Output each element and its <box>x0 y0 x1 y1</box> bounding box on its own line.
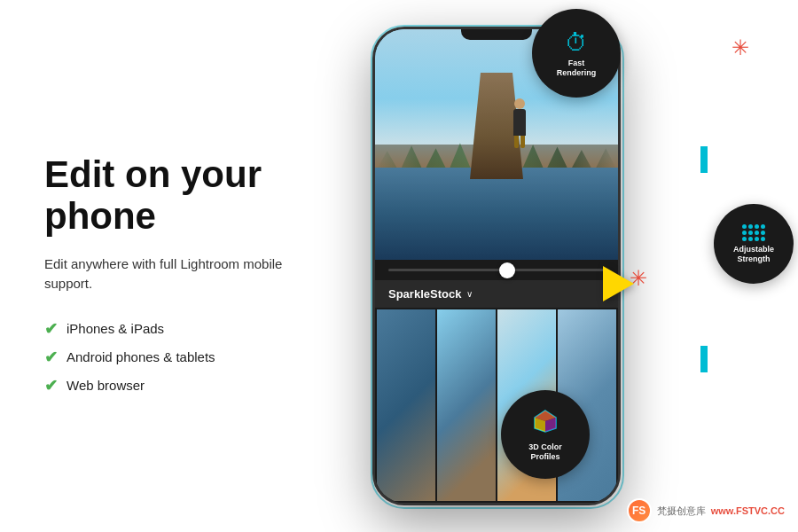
feature-text-2: Android phones & tablets <box>66 349 215 364</box>
person-leg-right <box>520 136 525 148</box>
feature-item-web: ✔ Web browser <box>44 376 284 395</box>
person-body <box>513 109 526 136</box>
play-arrow-icon <box>603 266 634 301</box>
dot <box>748 237 753 241</box>
main-title: Edit on your phone <box>44 154 284 236</box>
checkmark-icon-1: ✔ <box>44 319 58 339</box>
adjustable-strength-badge: Adjustable Strength <box>714 204 794 284</box>
person-silhouette <box>511 98 528 138</box>
phone-notch <box>461 29 532 40</box>
3d-color-badge: 3D Color Profiles <box>501 390 590 479</box>
dot <box>742 231 747 235</box>
profile-selector[interactable]: SparkleStock ∨ <box>375 280 618 308</box>
title-line2: phone <box>44 195 156 237</box>
dot <box>755 231 759 235</box>
watermark: FS 梵摄创意库 www.FSTVC.CC <box>627 498 785 523</box>
watermark-logo-text: FS <box>632 505 645 517</box>
3d-color-label: 3D Color Profiles <box>528 442 562 462</box>
3d-color-icon <box>531 407 559 441</box>
feature-list: ✔ iPhones & iPads ✔ Android phones & tab… <box>44 319 284 395</box>
fast-rendering-label: Fast Rendering <box>557 59 597 78</box>
feature-text-1: iPhones & iPads <box>66 321 164 336</box>
teal-rect-top <box>700 146 708 173</box>
watermark-logo: FS <box>627 498 652 523</box>
thumbnails-strip <box>375 308 618 503</box>
watermark-brand: 梵摄创意库 <box>657 505 706 518</box>
dot <box>761 237 765 241</box>
dot <box>755 224 759 229</box>
dot <box>755 237 759 241</box>
right-panel: SparkleStock ∨ ✳ ✳ ⏱ Fas <box>328 0 798 532</box>
dot <box>742 224 747 229</box>
slider-area[interactable] <box>375 260 618 280</box>
subtitle: Edit anywhere with full Lightroom mobile… <box>44 254 284 294</box>
person-legs <box>511 136 528 148</box>
feature-text-3: Web browser <box>66 378 145 393</box>
dot <box>748 224 753 229</box>
checkmark-icon-2: ✔ <box>44 348 58 367</box>
slider-thumb[interactable] <box>499 262 515 278</box>
dot <box>748 231 753 235</box>
checkmark-icon-3: ✔ <box>44 376 58 395</box>
dot <box>742 237 747 241</box>
adjustable-strength-label: Adjustable Strength <box>733 245 774 264</box>
main-container: Edit on your phone Edit anywhere with fu… <box>0 0 798 532</box>
fast-rendering-badge: ⏱ Fast Rendering <box>532 9 621 98</box>
person-leg-left <box>514 136 519 148</box>
feature-item-iphones: ✔ iPhones & iPads <box>44 319 284 339</box>
star-decoration-1: ✳ <box>732 35 749 60</box>
slider-track[interactable] <box>388 269 605 271</box>
water <box>375 168 618 260</box>
feature-item-android: ✔ Android phones & tablets <box>44 348 284 367</box>
adjustable-strength-icon <box>742 224 765 241</box>
teal-rect-bottom <box>700 346 708 372</box>
fast-rendering-icon: ⏱ <box>565 29 588 57</box>
person-head <box>514 98 525 109</box>
thumbnail-1[interactable] <box>377 309 435 501</box>
dot <box>761 224 765 229</box>
chevron-down-icon: ∨ <box>466 289 473 299</box>
left-panel: Edit on your phone Edit anywhere with fu… <box>0 0 328 532</box>
title-line1: Edit on your <box>44 153 262 195</box>
profile-name: SparkleStock <box>388 287 461 301</box>
dot <box>761 231 765 235</box>
thumbnail-2[interactable] <box>437 309 496 501</box>
watermark-url: www.FSTVC.CC <box>711 505 785 516</box>
